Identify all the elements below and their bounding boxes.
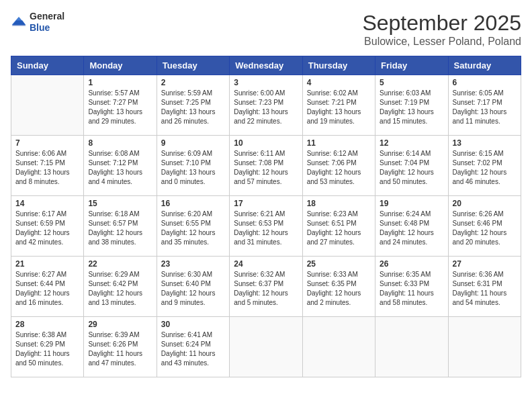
- day-number: 16: [161, 199, 225, 208]
- calendar-cell: 6Sunrise: 6:05 AM Sunset: 7:17 PM Daylig…: [448, 75, 521, 136]
- day-content: Sunrise: 6:41 AM Sunset: 6:24 PM Dayligh…: [161, 330, 225, 368]
- day-number: 2: [161, 78, 225, 87]
- day-content: Sunrise: 6:14 AM Sunset: 7:04 PM Dayligh…: [380, 149, 443, 187]
- day-content: Sunrise: 6:39 AM Sunset: 6:26 PM Dayligh…: [88, 330, 152, 368]
- calendar-cell: [230, 317, 302, 377]
- day-number: 3: [234, 78, 298, 87]
- day-number: 28: [15, 320, 79, 329]
- calendar-cell: [375, 317, 448, 377]
- calendar-cell: [11, 75, 84, 136]
- week-row: 14Sunrise: 6:17 AM Sunset: 6:59 PM Dayli…: [11, 196, 521, 257]
- calendar-cell: 7Sunrise: 6:06 AM Sunset: 7:15 PM Daylig…: [11, 136, 84, 196]
- calendar-cell: 24Sunrise: 6:32 AM Sunset: 6:37 PM Dayli…: [230, 257, 302, 317]
- logo-line1: General: [30, 11, 64, 22]
- day-content: Sunrise: 6:33 AM Sunset: 6:35 PM Dayligh…: [307, 270, 371, 308]
- weekday-header: Thursday: [302, 56, 375, 75]
- day-number: 20: [453, 199, 517, 208]
- calendar-cell: 10Sunrise: 6:11 AM Sunset: 7:08 PM Dayli…: [230, 136, 302, 196]
- calendar-cell: 2Sunrise: 5:59 AM Sunset: 7:25 PM Daylig…: [157, 75, 229, 136]
- weekday-header: Wednesday: [230, 56, 302, 75]
- day-content: Sunrise: 6:11 AM Sunset: 7:08 PM Dayligh…: [234, 149, 298, 187]
- calendar-cell: [302, 317, 375, 377]
- day-content: Sunrise: 6:29 AM Sunset: 6:42 PM Dayligh…: [88, 270, 152, 308]
- calendar-cell: 25Sunrise: 6:33 AM Sunset: 6:35 PM Dayli…: [302, 257, 375, 317]
- calendar-cell: 8Sunrise: 6:08 AM Sunset: 7:12 PM Daylig…: [84, 136, 157, 196]
- weekday-header: Saturday: [448, 56, 521, 75]
- day-content: Sunrise: 6:32 AM Sunset: 6:37 PM Dayligh…: [234, 270, 298, 308]
- day-number: 21: [15, 259, 79, 269]
- day-content: Sunrise: 6:35 AM Sunset: 6:33 PM Dayligh…: [380, 270, 443, 308]
- day-number: 10: [234, 138, 298, 148]
- day-content: Sunrise: 6:12 AM Sunset: 7:06 PM Dayligh…: [307, 149, 371, 187]
- day-content: Sunrise: 6:20 AM Sunset: 6:55 PM Dayligh…: [161, 210, 225, 247]
- day-number: 24: [234, 259, 298, 269]
- day-number: 27: [453, 259, 517, 269]
- day-number: 14: [15, 199, 79, 208]
- day-number: 9: [161, 138, 225, 148]
- calendar-cell: 12Sunrise: 6:14 AM Sunset: 7:04 PM Dayli…: [375, 136, 448, 196]
- day-number: 19: [380, 199, 443, 208]
- day-number: 15: [88, 199, 152, 208]
- day-content: Sunrise: 6:05 AM Sunset: 7:17 PM Dayligh…: [453, 89, 517, 126]
- week-row: 7Sunrise: 6:06 AM Sunset: 7:15 PM Daylig…: [11, 136, 521, 196]
- calendar-table: SundayMondayTuesdayWednesdayThursdayFrid…: [11, 56, 521, 377]
- calendar-cell: 11Sunrise: 6:12 AM Sunset: 7:06 PM Dayli…: [302, 136, 375, 196]
- logo-icon: [11, 14, 27, 30]
- calendar-cell: 3Sunrise: 6:00 AM Sunset: 7:23 PM Daylig…: [230, 75, 302, 136]
- day-content: Sunrise: 6:27 AM Sunset: 6:44 PM Dayligh…: [15, 270, 79, 308]
- day-number: 12: [380, 138, 443, 148]
- day-content: Sunrise: 6:36 AM Sunset: 6:31 PM Dayligh…: [453, 270, 517, 308]
- day-content: Sunrise: 6:18 AM Sunset: 6:57 PM Dayligh…: [88, 210, 152, 247]
- day-number: 30: [161, 320, 225, 329]
- day-content: Sunrise: 6:21 AM Sunset: 6:53 PM Dayligh…: [234, 210, 298, 247]
- week-row: 1Sunrise: 5:57 AM Sunset: 7:27 PM Daylig…: [11, 75, 521, 136]
- weekday-header: Friday: [375, 56, 448, 75]
- day-content: Sunrise: 6:26 AM Sunset: 6:46 PM Dayligh…: [453, 210, 517, 247]
- calendar-cell: 23Sunrise: 6:30 AM Sunset: 6:40 PM Dayli…: [157, 257, 229, 317]
- day-number: 25: [307, 259, 371, 269]
- day-number: 5: [380, 78, 443, 87]
- day-content: Sunrise: 5:59 AM Sunset: 7:25 PM Dayligh…: [161, 89, 225, 126]
- weekday-header-row: SundayMondayTuesdayWednesdayThursdayFrid…: [11, 56, 521, 75]
- day-content: Sunrise: 6:24 AM Sunset: 6:48 PM Dayligh…: [380, 210, 443, 247]
- month-title: September 2025: [362, 11, 521, 36]
- day-content: Sunrise: 6:30 AM Sunset: 6:40 PM Dayligh…: [161, 270, 225, 308]
- calendar-cell: 22Sunrise: 6:29 AM Sunset: 6:42 PM Dayli…: [84, 257, 157, 317]
- logo: General Blue: [11, 11, 64, 34]
- calendar-cell: 13Sunrise: 6:15 AM Sunset: 7:02 PM Dayli…: [448, 136, 521, 196]
- day-number: 26: [380, 259, 443, 269]
- calendar-cell: 30Sunrise: 6:41 AM Sunset: 6:24 PM Dayli…: [157, 317, 229, 377]
- calendar-cell: 27Sunrise: 6:36 AM Sunset: 6:31 PM Dayli…: [448, 257, 521, 317]
- calendar-cell: 26Sunrise: 6:35 AM Sunset: 6:33 PM Dayli…: [375, 257, 448, 317]
- title-block: September 2025 Bulowice, Lesser Poland, …: [362, 11, 521, 48]
- calendar-cell: 28Sunrise: 6:38 AM Sunset: 6:29 PM Dayli…: [11, 317, 84, 377]
- calendar-cell: 21Sunrise: 6:27 AM Sunset: 6:44 PM Dayli…: [11, 257, 84, 317]
- calendar-cell: 18Sunrise: 6:23 AM Sunset: 6:51 PM Dayli…: [302, 196, 375, 257]
- day-number: 17: [234, 199, 298, 208]
- calendar-cell: 4Sunrise: 6:02 AM Sunset: 7:21 PM Daylig…: [302, 75, 375, 136]
- calendar-cell: 1Sunrise: 5:57 AM Sunset: 7:27 PM Daylig…: [84, 75, 157, 136]
- day-number: 22: [88, 259, 152, 269]
- day-content: Sunrise: 6:15 AM Sunset: 7:02 PM Dayligh…: [453, 149, 517, 187]
- day-number: 6: [453, 78, 517, 87]
- day-content: Sunrise: 6:38 AM Sunset: 6:29 PM Dayligh…: [15, 330, 79, 368]
- weekday-header: Sunday: [11, 56, 84, 75]
- calendar-cell: 9Sunrise: 6:09 AM Sunset: 7:10 PM Daylig…: [157, 136, 229, 196]
- calendar-cell: [448, 317, 521, 377]
- day-content: Sunrise: 6:00 AM Sunset: 7:23 PM Dayligh…: [234, 89, 298, 126]
- day-content: Sunrise: 5:57 AM Sunset: 7:27 PM Dayligh…: [88, 89, 152, 126]
- day-number: 13: [453, 138, 517, 148]
- calendar-cell: 17Sunrise: 6:21 AM Sunset: 6:53 PM Dayli…: [230, 196, 302, 257]
- day-content: Sunrise: 6:09 AM Sunset: 7:10 PM Dayligh…: [161, 149, 225, 187]
- day-content: Sunrise: 6:03 AM Sunset: 7:19 PM Dayligh…: [380, 89, 443, 126]
- day-number: 29: [88, 320, 152, 329]
- day-number: 18: [307, 199, 371, 208]
- weekday-header: Tuesday: [157, 56, 229, 75]
- day-number: 4: [307, 78, 371, 87]
- day-number: 8: [88, 138, 152, 148]
- day-number: 23: [161, 259, 225, 269]
- week-row: 21Sunrise: 6:27 AM Sunset: 6:44 PM Dayli…: [11, 257, 521, 317]
- day-number: 7: [15, 138, 79, 148]
- calendar-cell: 16Sunrise: 6:20 AM Sunset: 6:55 PM Dayli…: [157, 196, 229, 257]
- week-row: 28Sunrise: 6:38 AM Sunset: 6:29 PM Dayli…: [11, 317, 521, 377]
